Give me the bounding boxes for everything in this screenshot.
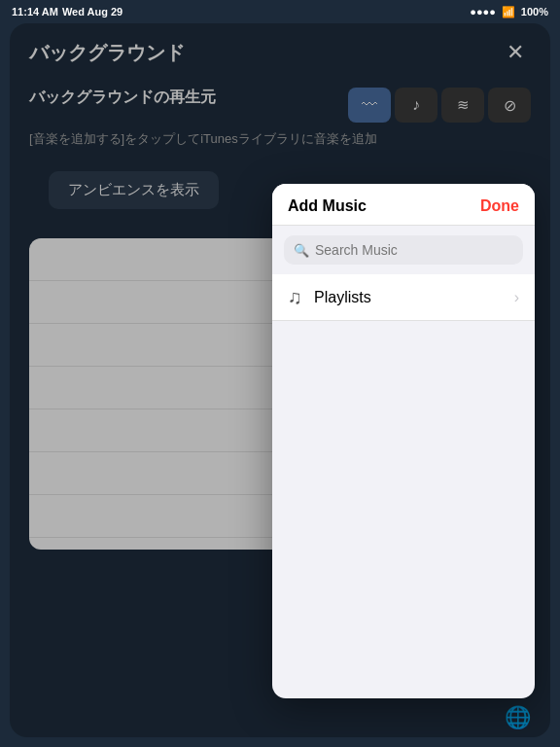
modal-search-bar[interactable]: 🔍 bbox=[284, 235, 523, 265]
modal-header: Add Music Done bbox=[272, 184, 535, 226]
playlists-icon: ♫ bbox=[288, 286, 302, 308]
playlists-label: Playlists bbox=[314, 289, 503, 306]
wifi-icon: 📶 bbox=[502, 6, 515, 18]
playlists-list-item[interactable]: ♫ Playlists › bbox=[272, 274, 535, 321]
status-date: Wed Aug 29 bbox=[62, 6, 122, 18]
signal-icon: ●●●● bbox=[470, 6, 496, 18]
modal-title: Add Music bbox=[288, 197, 367, 215]
status-time-date: 11:14 AM Wed Aug 29 bbox=[12, 6, 122, 18]
main-panel: バックグラウンド ✕ バックグラウンドの再生元 〰 ♪ ≋ ⊘ [音楽を追加する bbox=[10, 23, 550, 737]
battery-icon: 100% bbox=[521, 6, 548, 18]
add-music-modal: Add Music Done 🔍 ♫ Playlists › bbox=[272, 184, 535, 698]
status-time: 11:14 AM bbox=[12, 6, 58, 18]
chevron-right-icon: › bbox=[514, 289, 519, 306]
modal-done-button[interactable]: Done bbox=[480, 197, 519, 215]
status-bar: 11:14 AM Wed Aug 29 ●●●● 📶 100% bbox=[0, 0, 560, 23]
search-input[interactable] bbox=[315, 242, 513, 258]
search-icon: 🔍 bbox=[294, 243, 309, 258]
status-indicators: ●●●● 📶 100% bbox=[470, 6, 548, 18]
